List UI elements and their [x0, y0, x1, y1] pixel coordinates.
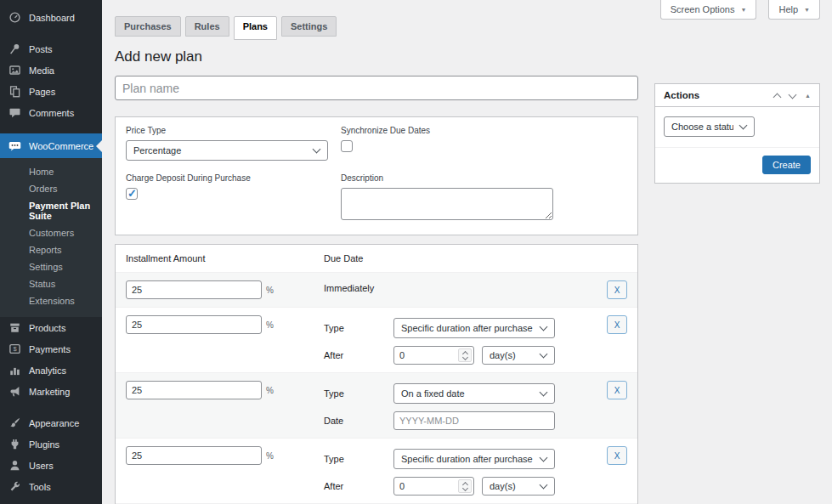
type-label: Type — [324, 388, 393, 399]
sidebar-subitem-reports[interactable]: Reports — [0, 241, 102, 258]
percent-suffix: % — [266, 320, 274, 330]
installment-row-4: % Type Specific duration after purchase … — [116, 438, 637, 503]
sidebar-item-posts[interactable]: Posts — [0, 38, 102, 59]
woocommerce-submenu: HomeOrdersPayment Plan SuiteCustomersRep… — [0, 158, 102, 317]
tools-icon — [8, 480, 21, 493]
date-input[interactable] — [393, 411, 555, 430]
pages-icon — [8, 85, 21, 98]
description-textarea[interactable] — [341, 188, 553, 220]
sidebar-item-label: Posts — [29, 44, 53, 54]
plan-name-input[interactable] — [115, 76, 638, 100]
dashboard-icon — [8, 11, 21, 24]
sidebar-subitem-home[interactable]: Home — [0, 163, 102, 180]
due-type-value: Specific duration after purchase — [401, 454, 534, 464]
period-select[interactable]: day(s) — [482, 346, 555, 365]
remove-row-button[interactable]: X — [607, 381, 627, 399]
sidebar-item-label: WooCommerce — [29, 141, 93, 151]
sidebar-item-plugins[interactable]: Plugins — [0, 433, 102, 455]
sidebar-item-label: Users — [29, 461, 54, 471]
create-button[interactable]: Create — [762, 156, 811, 174]
sidebar-item-users[interactable]: Users — [0, 455, 102, 476]
move-down-icon[interactable] — [789, 91, 797, 99]
period-value: day(s) — [490, 481, 534, 491]
charge-deposit-label: Charge Deposit During Purchase — [126, 173, 341, 183]
screen-meta: Screen Options▼Help▼ — [660, 0, 820, 20]
amount-input[interactable] — [126, 446, 262, 465]
status-select[interactable]: Choose a status... — [664, 116, 755, 137]
woocommerce-icon — [8, 139, 21, 152]
toggle-panel-icon[interactable]: ▲ — [805, 93, 811, 99]
appearance-icon — [8, 416, 21, 429]
sidebar-subitem-payment-plan-suite[interactable]: Payment Plan Suite — [0, 197, 102, 224]
type-label: Type — [324, 454, 393, 464]
installment-row-3: % Type On a fixed date Date — [116, 372, 637, 438]
due-type-select[interactable]: On a fixed date — [393, 383, 555, 404]
sidebar-item-woocommerce[interactable]: WooCommerce — [0, 133, 102, 158]
amount-input[interactable] — [126, 315, 262, 334]
due-type-value: Specific duration after purchase — [401, 323, 534, 333]
sync-due-dates-checkbox[interactable] — [341, 140, 353, 152]
sidebar-subitem-status[interactable]: Status — [0, 275, 102, 292]
charge-deposit-checkbox[interactable] — [126, 188, 138, 200]
amount-input[interactable] — [126, 381, 262, 399]
sidebar-item-media[interactable]: Media — [0, 59, 102, 81]
sidebar-subitem-settings[interactable]: Settings — [0, 258, 102, 275]
sidebar-item-analytics[interactable]: Analytics — [0, 360, 102, 381]
sidebar-item-settings[interactable]: Settings — [0, 497, 102, 504]
due-date-header: Due Date — [324, 253, 363, 263]
number-spinner[interactable] — [458, 479, 472, 493]
sidebar-item-comments[interactable]: Comments — [0, 102, 102, 123]
number-spinner[interactable] — [458, 348, 472, 362]
price-type-select[interactable]: Percentage — [126, 140, 328, 161]
actions-panel-title: Actions — [664, 90, 699, 100]
sync-due-dates-label: Synchronize Due Dates — [341, 126, 627, 135]
tab-settings[interactable]: Settings — [281, 16, 337, 37]
due-type-select[interactable]: Specific duration after purchase — [393, 449, 555, 469]
price-type-value: Percentage — [133, 145, 307, 156]
due-type-select[interactable]: Specific duration after purchase — [393, 318, 555, 338]
description-label: Description — [341, 173, 627, 183]
sidebar-item-label: Appearance — [29, 418, 79, 428]
admin-content: Screen Options▼Help▼ PurchasesRulesPlans… — [102, 0, 832, 504]
sidebar-item-payments[interactable]: $Payments — [0, 338, 102, 360]
screen-options-button[interactable]: Screen Options▼ — [660, 0, 757, 20]
sidebar-item-label: Analytics — [29, 365, 66, 376]
period-select[interactable]: day(s) — [482, 477, 555, 496]
sidebar-subitem-extensions[interactable]: Extensions — [0, 292, 102, 309]
marketing-icon — [8, 385, 21, 398]
status-select-value: Choose a status... — [671, 122, 733, 132]
svg-text:$: $ — [13, 345, 17, 353]
tab-purchases[interactable]: Purchases — [115, 16, 181, 37]
due-type-value: On a fixed date — [401, 388, 534, 399]
amount-input[interactable] — [126, 280, 262, 299]
sidebar-subitem-customers[interactable]: Customers — [0, 224, 102, 241]
tab-plans[interactable]: Plans — [234, 16, 277, 40]
sidebar-item-pages[interactable]: Pages — [0, 81, 102, 102]
sidebar-item-products[interactable]: Products — [0, 317, 102, 338]
remove-row-button[interactable]: X — [607, 280, 627, 299]
sidebar-item-label: Plugins — [29, 439, 59, 450]
caret-down-icon: ▼ — [804, 7, 810, 13]
remove-row-button[interactable]: X — [607, 315, 627, 334]
percent-suffix: % — [266, 286, 274, 295]
page-title: Add new plan — [115, 48, 638, 65]
tab-rules[interactable]: Rules — [185, 16, 229, 37]
caret-down-icon: ▼ — [741, 7, 747, 13]
sidebar-item-label: Dashboard — [29, 13, 75, 23]
installment-amount-header: Installment Amount — [126, 253, 324, 263]
remove-row-button[interactable]: X — [607, 446, 627, 465]
sidebar-item-appearance[interactable]: Appearance — [0, 412, 102, 433]
percent-suffix: % — [266, 451, 274, 461]
sidebar-item-dashboard[interactable]: Dashboard — [0, 7, 102, 28]
help-button[interactable]: Help▼ — [768, 0, 820, 20]
actions-panel-header: Actions ▲ — [655, 84, 819, 107]
sidebar-item-label: Tools — [29, 482, 51, 492]
after-label: After — [324, 350, 393, 360]
media-icon — [8, 64, 21, 76]
sidebar-item-tools[interactable]: Tools — [0, 476, 102, 497]
sidebar-item-marketing[interactable]: Marketing — [0, 381, 102, 402]
move-up-icon[interactable] — [773, 93, 782, 101]
pushpin-icon — [8, 42, 21, 55]
installments-header: Installment Amount Due Date — [116, 245, 637, 272]
sidebar-subitem-orders[interactable]: Orders — [0, 180, 102, 197]
